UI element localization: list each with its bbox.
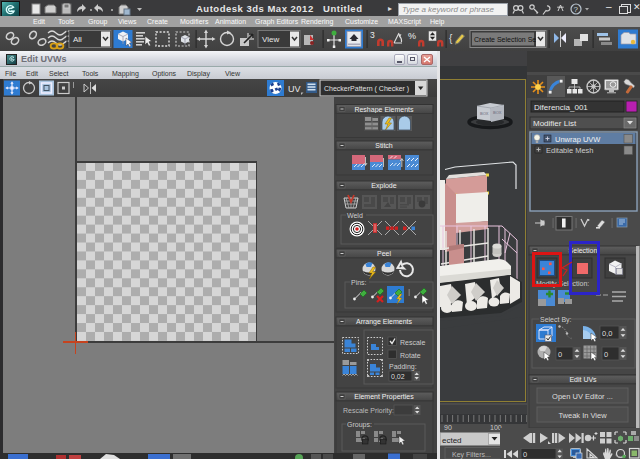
svg-text:Unwrap UVW: Unwrap UVW [555,135,601,144]
svg-text:%: % [408,31,416,41]
svg-text:?: ? [574,5,579,14]
svg-text:ected: ected [442,436,462,445]
svg-text:Rotate: Rotate [400,352,421,359]
svg-text:3: 3 [370,30,375,40]
svg-text:90: 90 [444,424,452,431]
svg-text:CheckerPattern ( Checker ): CheckerPattern ( Checker ) [324,85,409,93]
svg-text:Padding:: Padding: [389,363,417,371]
svg-text:All: All [73,35,82,44]
svg-text:Arrange Elements: Arrange Elements [356,318,413,326]
svg-text:Rescale: Rescale [400,339,425,346]
svg-text:Key Filters...: Key Filters... [452,451,491,459]
svg-text:Groups:: Groups: [347,421,372,429]
svg-text:Reshape Elements: Reshape Elements [354,106,414,114]
svg-text:Modifier List: Modifier List [533,119,577,128]
svg-text:Edit UVs: Edit UVs [569,376,597,383]
svg-text:UV: UV [288,84,301,94]
svg-text:Create Selection Se: Create Selection Se [474,36,536,43]
svg-text:0,02: 0,02 [391,373,405,380]
svg-text:0: 0 [558,350,562,359]
svg-text:Explode: Explode [371,182,396,190]
svg-text:Element Properties: Element Properties [354,393,414,401]
svg-text:BOX: BOX [480,111,489,116]
svg-text:Weld: Weld [347,212,363,219]
svg-text:View: View [262,35,279,44]
svg-text:Select By:: Select By: [540,316,572,324]
svg-text:Stitch: Stitch [375,142,393,149]
svg-text:Editable Mesh: Editable Mesh [546,146,594,155]
svg-text:0: 0 [523,450,527,459]
svg-text:Peel: Peel [377,250,391,257]
svg-text:Tweak In View: Tweak In View [558,411,607,420]
svg-text:{: { [449,33,453,44]
svg-text:0: 0 [604,350,608,359]
svg-text:0,0: 0,0 [602,329,612,338]
svg-text:Open UV Editor ...: Open UV Editor ... [552,392,613,401]
svg-text:BOX: BOX [493,110,502,115]
svg-text:Rescale Priority:: Rescale Priority: [343,407,394,415]
svg-text:Pins:: Pins: [351,279,367,286]
svg-text:Diferencia_001: Diferencia_001 [534,103,588,112]
